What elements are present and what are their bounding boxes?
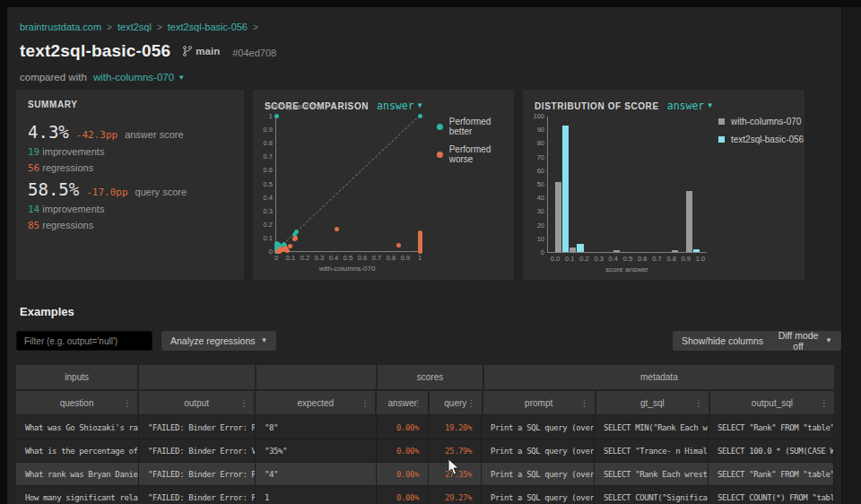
compared-with-select[interactable]: with-columns-070▼ — [93, 72, 185, 83]
analyze-regressions-button[interactable]: Analyze regressions▼ — [161, 331, 276, 351]
cell-prompt[interactable]: Print a SQL query (over a … — [482, 463, 595, 485]
scatter-point[interactable] — [396, 243, 401, 248]
cell-output[interactable]: "FAILED: Binder Error: Ref… — [139, 416, 256, 439]
cell-question[interactable]: What is the percentage of … — [16, 439, 139, 462]
histogram-x-tick: 0.3 — [594, 255, 603, 263]
histogram-y-tick: 50 — [537, 180, 544, 188]
scatter-point[interactable] — [274, 114, 279, 118]
cell-output[interactable]: "FAILED: Binder Error: Val… — [139, 439, 256, 462]
cell-gt_sql[interactable]: SELECT COUNT("Significant … — [595, 486, 709, 504]
window-top-edge — [0, 0, 861, 7]
cell-query[interactable]: 19.20% — [429, 416, 482, 439]
cell-gt_sql[interactable]: SELECT MIN("Rank Each wres… — [595, 416, 709, 439]
table-row[interactable]: How many significant relat…"FAILED: Bind… — [16, 486, 834, 504]
column-menu-icon[interactable]: ⋮ — [820, 398, 829, 408]
scatter-point[interactable] — [418, 230, 422, 235]
cell-query[interactable]: 27.35% — [429, 463, 482, 485]
table-row[interactable]: What is the percentage of …"FAILED: Bind… — [16, 439, 834, 463]
answer-score-value: 4.3% — [28, 122, 69, 142]
query-score-delta: -17.0pp — [86, 187, 127, 198]
column-header-output[interactable]: output⋮ — [139, 391, 254, 414]
column-header-question[interactable]: question⋮ — [16, 391, 137, 414]
column-header-query[interactable]: query⋮ — [430, 391, 482, 414]
cell-prompt[interactable]: Print a SQL query (over a … — [482, 416, 595, 439]
cell-output_sql[interactable]: SELECT "Rank" FROM "table"… — [709, 416, 834, 439]
cell-question[interactable]: What rank was Bryan Daniel… — [16, 463, 139, 485]
cell-expected[interactable]: "8" — [256, 416, 377, 439]
scatter-y-tick: 1 — [269, 112, 273, 120]
breadcrumb-link-org[interactable]: braintrustdata.com — [20, 22, 101, 32]
column-menu-icon[interactable]: ⋮ — [123, 398, 132, 408]
column-header-output_sql[interactable]: output_sql⋮ — [710, 391, 834, 414]
scatter-plot[interactable]: 00.10.20.30.40.50.60.70.80.9100.10.20.30… — [275, 117, 419, 252]
histogram-bar[interactable] — [555, 182, 561, 252]
column-header-answer[interactable]: answer⋮ — [377, 391, 428, 414]
distribution-panel: DISTRIBUTION OF SCORE answer▼ 0.00.10.20… — [523, 90, 804, 280]
histogram-x-tick: 0.2 — [579, 255, 588, 263]
scatter-x-tick: 0.5 — [344, 254, 352, 262]
column-header-gt_sql[interactable]: gt_sql⋮ — [596, 391, 709, 414]
scatter-y-tick: 0.5 — [264, 179, 273, 187]
histogram-bar[interactable] — [693, 249, 700, 252]
cell-output_sql[interactable]: SELECT 100.0 * (SUM(CASE W… — [709, 439, 834, 462]
column-label: output_sql — [752, 398, 793, 408]
histogram-bar[interactable] — [577, 244, 583, 252]
scatter-point[interactable] — [335, 227, 339, 231]
cell-answer[interactable]: 0.00% — [377, 416, 429, 439]
cell-query[interactable]: 29.27% — [429, 486, 482, 504]
cell-output_sql[interactable]: SELECT "Rank" FROM "table"… — [709, 463, 834, 485]
cell-output_sql[interactable]: SELECT COUNT(*) FROM "tabl… — [709, 486, 834, 504]
cell-question[interactable]: What was Go Shiozaki's ran… — [16, 416, 139, 439]
filter-input[interactable] — [16, 331, 152, 351]
scatter-point[interactable] — [418, 114, 422, 118]
breadcrumb-link-project[interactable]: text2sql — [117, 22, 152, 32]
histogram-plot[interactable]: 0.00.10.20.30.40.50.60.70.80.91.00102030… — [547, 117, 707, 253]
cell-answer[interactable]: 0.00% — [377, 439, 429, 462]
column-menu-icon[interactable]: ⋮ — [239, 398, 248, 408]
page-scrollbar[interactable] — [841, 7, 861, 504]
cell-output[interactable]: "FAILED: Binder Error: Ref… — [139, 463, 256, 485]
query-improvements: 14 improvements — [28, 204, 187, 215]
cell-query[interactable]: 25.79% — [429, 439, 482, 462]
scatter-point[interactable] — [285, 248, 290, 253]
column-menu-icon[interactable]: ⋮ — [361, 398, 370, 408]
answer-score-metric: 4.3% -42.3pp answer score 19 improvement… — [28, 122, 184, 174]
cell-question[interactable]: How many significant relat… — [16, 486, 139, 504]
cell-answer[interactable]: 0.00% — [377, 463, 429, 485]
column-menu-icon[interactable]: ⋮ — [580, 398, 589, 408]
column-header-expected[interactable]: expected⋮ — [256, 391, 375, 414]
column-menu-icon[interactable]: ⋮ — [413, 398, 422, 408]
cell-gt_sql[interactable]: SELECT "Trance- n Himalaya… — [595, 439, 709, 462]
scatter-point[interactable] — [276, 248, 281, 253]
histogram-bar[interactable] — [613, 250, 620, 252]
histogram-bar[interactable] — [686, 191, 692, 252]
histogram-bar[interactable] — [672, 250, 678, 252]
cell-prompt[interactable]: Print a SQL query (over a … — [482, 439, 595, 462]
column-label: answer — [388, 398, 417, 408]
table-row[interactable]: What rank was Bryan Daniel…"FAILED: Bind… — [16, 463, 834, 486]
cell-expected[interactable]: 1 — [256, 486, 377, 504]
cell-output[interactable]: "FAILED: Binder Error: Ref… — [139, 486, 256, 504]
column-menu-icon[interactable]: ⋮ — [694, 398, 703, 408]
histogram-bar[interactable] — [562, 126, 569, 252]
cell-expected[interactable]: "35%" — [256, 439, 377, 462]
score-comparison-metric-select[interactable]: answer▼ — [377, 100, 422, 112]
chevron-down-icon: ▼ — [708, 101, 712, 109]
compared-with-row: compared with with-columns-070▼ — [20, 72, 185, 83]
cell-answer[interactable]: 0.00% — [377, 486, 429, 504]
scatter-point[interactable] — [293, 236, 298, 240]
cell-gt_sql[interactable]: SELECT "Rank Each wrestler… — [595, 463, 709, 485]
column-header-prompt[interactable]: prompt⋮ — [483, 391, 595, 414]
diff-mode-button[interactable]: Diff mode off▼ — [768, 331, 841, 351]
chevron-down-icon: ▼ — [261, 336, 268, 344]
legend-text2sql-basic-056: text2sql-basic-056 — [718, 135, 804, 144]
cell-expected[interactable]: "4" — [256, 463, 377, 485]
table-row[interactable]: What was Go Shiozaki's ran…"FAILED: Bind… — [16, 416, 834, 439]
cell-prompt[interactable]: Print a SQL query (over a … — [482, 486, 595, 504]
histogram-y-tick: 100 — [533, 112, 544, 120]
column-menu-icon[interactable]: ⋮ — [467, 398, 476, 408]
breadcrumb-link-experiment[interactable]: text2sql-basic-056 — [168, 22, 248, 32]
distribution-metric-select[interactable]: answer▼ — [667, 100, 712, 112]
legend-performed-worse: Performed worse — [437, 144, 514, 164]
histogram-bar[interactable] — [570, 248, 576, 252]
